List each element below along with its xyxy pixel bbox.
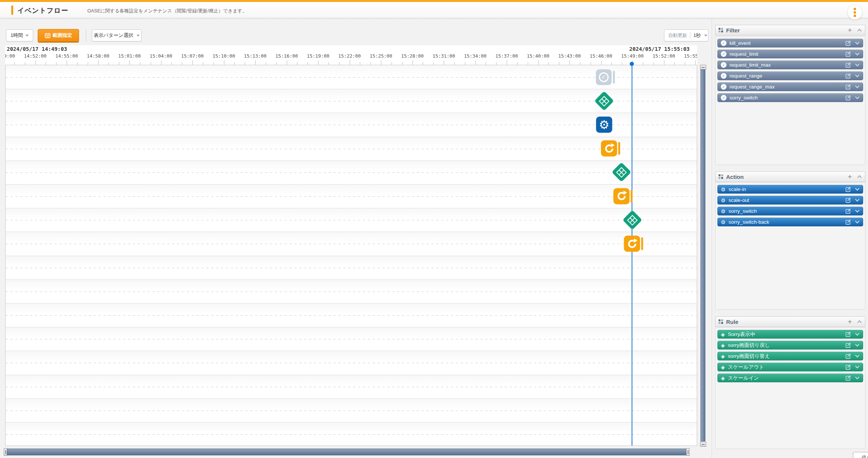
edit-icon[interactable] [845,375,851,381]
chevron-down-icon[interactable] [855,220,860,224]
action-item[interactable]: ⚙sorry_switch [717,207,863,215]
filter-item-label: request_limit [729,51,845,57]
chevron-down-icon[interactable] [855,52,860,56]
edit-icon[interactable] [845,51,851,57]
panel-add-button[interactable]: + [848,27,852,34]
chevron-up-icon[interactable] [857,320,862,324]
plot-row [6,351,697,374]
chevron-down-icon[interactable] [855,41,860,45]
plot-row [6,422,697,446]
rule-item[interactable]: ◈Sorry表示中 [717,330,863,339]
horizontal-slider-bar[interactable] [7,449,687,455]
tick-mark [496,62,496,65]
panel-title-rule: Rule [726,319,848,325]
row-dashed-line [6,387,697,387]
event-refresh-icon[interactable] [624,236,640,252]
tick-mark [591,62,591,65]
diamond-grid-glyph [627,215,638,225]
gear-icon: ⚙ [721,220,726,225]
panel-title-filter: Filter [726,27,848,34]
rule-item[interactable]: ◈スケールイン [717,374,863,382]
tick-mark [46,62,46,65]
filter-item[interactable]: ✓sorry_switch [717,93,863,102]
display-pattern-select[interactable]: 表示パターン選択 [92,29,142,41]
horizontal-slider-right-grip[interactable] [686,448,690,456]
tick-mark [528,62,528,65]
edit-icon[interactable] [845,219,851,225]
chevron-down-icon[interactable] [855,85,860,89]
edit-icon[interactable] [845,95,851,101]
filter-item[interactable]: ✓request_range [717,72,863,80]
row-dashed-line [6,339,697,339]
panel-collapse-button[interactable] [857,29,862,32]
edit-icon[interactable] [845,73,851,79]
vertical-scrollbar-bottom-grip[interactable] [700,442,706,447]
edit-icon[interactable] [845,331,851,337]
row-dashed-line [6,196,697,197]
range-spec-button[interactable]: 範囲指定 [38,29,79,42]
filter-item-label: kill_event [729,40,845,46]
rule-item[interactable]: ◈スケールアウト [717,363,863,371]
chevron-down-icon[interactable] [855,365,860,369]
filter-item[interactable]: ✓request_range_max [717,82,863,91]
rule-item[interactable]: ◈sorry画面切り戻し [717,341,863,350]
chevron-down-icon[interactable] [855,209,860,213]
chevron-down-icon[interactable] [855,376,860,380]
filter-item[interactable]: ✓kill_event [717,39,863,47]
filter-item[interactable]: ✓request_limit_max [717,61,863,69]
action-item[interactable]: ⚙scale-in [717,185,863,194]
chevron-down-icon[interactable] [855,74,860,78]
edit-icon[interactable] [845,197,851,203]
chevron-down-icon[interactable] [855,354,860,358]
event-check-icon[interactable]: ✓ [596,69,612,85]
tick-mark [643,62,643,65]
chevron-up-icon[interactable] [857,175,862,179]
panel-add-button[interactable]: + [848,318,852,325]
panel-add-button[interactable]: + [848,173,852,180]
vertical-scrollbar-top-grip[interactable] [700,65,706,70]
rule-item-label: sorry画面切り戻し [728,342,845,349]
edit-icon[interactable] [845,62,851,68]
edit-icon[interactable] [845,186,851,192]
tick-mark [685,62,685,65]
panel-collapse-button[interactable] [857,175,862,179]
event-refresh-icon[interactable] [601,140,617,157]
edit-icon[interactable] [845,364,851,370]
action-item[interactable]: ⚙scale-out [717,196,863,205]
kebab-menu-icon[interactable] [848,5,862,20]
chevron-down-icon[interactable] [855,198,860,202]
event-plot-area[interactable]: ✓⚙ [5,65,697,446]
tick-mark [475,60,476,65]
time-range-select[interactable]: 1時間 [6,29,33,41]
timeline-start-datetime: 2024/05/17 14:49:03 [7,46,67,52]
action-item[interactable]: ⚙sorry_switch-back [717,218,863,226]
edit-icon[interactable] [845,40,851,46]
filter-item[interactable]: ✓request_limit [717,50,863,58]
event-action-gear-icon[interactable]: ⚙ [596,117,612,133]
tick-mark [570,60,570,65]
auto-update-control[interactable]: 自動更新 1秒 [664,29,708,41]
event-refresh-icon[interactable] [614,188,630,204]
tick-mark [266,62,266,65]
tick-label: 15:22:00 [338,53,361,59]
rule-item[interactable]: ◈sorry画面切り替え [717,352,863,360]
chevron-down-icon[interactable] [855,188,860,191]
row-dashed-line [6,220,697,220]
chevron-down-icon[interactable] [855,333,860,336]
panel-collapse-button[interactable] [857,320,862,324]
chevron-up-icon[interactable] [857,29,862,32]
edit-icon[interactable] [845,208,851,214]
tick-mark [674,62,675,65]
chevron-down-icon[interactable] [855,63,860,67]
chevron-down-icon[interactable] [855,344,860,347]
horizontal-range-slider[interactable] [4,448,690,456]
stop-button[interactable]: 停止 [853,452,868,458]
edit-icon[interactable] [845,353,851,359]
range-spec-label: 範囲指定 [53,32,72,39]
vertical-scrollbar[interactable] [700,65,706,447]
tick-mark [88,62,88,65]
edit-icon[interactable] [845,84,851,90]
chevron-down-icon[interactable] [855,96,860,99]
vertical-scrollbar-bar[interactable] [700,70,705,441]
edit-icon[interactable] [845,342,851,348]
